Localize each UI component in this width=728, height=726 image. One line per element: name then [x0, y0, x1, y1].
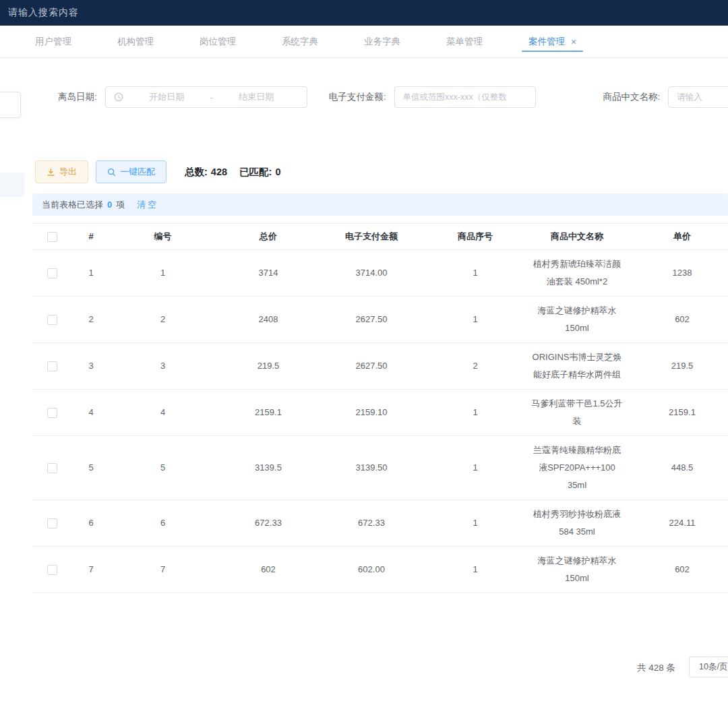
close-icon[interactable]: ×	[571, 37, 576, 47]
cell-index: 7	[71, 561, 111, 578]
download-icon	[47, 168, 55, 177]
row-checkbox[interactable]	[47, 518, 57, 528]
cell-seq: 1	[421, 561, 529, 578]
match-stats: 总数: 428 已匹配: 0	[185, 166, 280, 179]
cell-name: ORIGINS韦博士灵芝焕能好底子精华水两件组	[529, 349, 625, 384]
end-date-placeholder[interactable]: 结束日期	[214, 91, 299, 103]
cell-seq: 1	[421, 404, 529, 421]
cell-total: 2159.1	[215, 404, 322, 421]
cell-seq: 1	[421, 514, 529, 532]
cell-name: 植村秀新琥珀臻萃洁颜油套装 450ml*2	[529, 255, 625, 291]
cell-name: 海蓝之谜修护精萃水 150ml	[529, 552, 625, 587]
data-table: #编号总价电子支付金额商品序号商品中文名称单价 1137143714.001植村…	[32, 223, 728, 609]
tab-item-2[interactable]: 机构管理	[108, 26, 163, 57]
matched-label: 已匹配:	[239, 166, 272, 179]
selection-bar: 当前表格已选择 0 项 清空	[32, 193, 728, 216]
cell-epay: 602.00	[322, 561, 421, 578]
cell-index: 5	[71, 459, 111, 477]
cell-code: 3	[111, 357, 215, 375]
tab-item-4[interactable]: 系统字典	[272, 26, 328, 57]
filter-bar: 离岛日期: 开始日期 - 结束日期 电子支付金额: 商品中文名称:	[0, 86, 728, 108]
table-row: 881358.431358.431卡诗菁纯亮泽经典香氛452.81	[32, 593, 728, 609]
toolbar: 导出 一键匹配 总数: 428 已匹配: 0	[35, 160, 728, 183]
date-filter-label: 离岛日期:	[58, 91, 97, 103]
tab-bar: 用户管理机构管理岗位管理系统字典业务字典菜单管理案件管理×	[0, 26, 728, 58]
total-value: 428	[211, 167, 227, 177]
cell-index: 1	[71, 264, 111, 282]
table-row: 66672.33672.331植村秀羽纱持妆粉底液 584 35ml224.11	[32, 500, 728, 547]
amount-input[interactable]	[394, 86, 536, 108]
row-checkbox[interactable]	[47, 408, 57, 418]
cell-seq: 1	[421, 607, 529, 609]
product-name-input[interactable]	[668, 86, 728, 108]
row-checkbox-cell	[32, 463, 71, 473]
cell-index: 8	[71, 607, 111, 609]
tab-label: 机构管理	[117, 36, 154, 48]
export-button-label: 导出	[59, 166, 77, 178]
select-all-checkbox[interactable]	[47, 232, 57, 242]
tab-item-7[interactable]: 案件管理×	[519, 26, 586, 57]
cell-unit: 452.81	[625, 607, 728, 609]
row-checkbox[interactable]	[47, 268, 57, 278]
row-checkbox[interactable]	[47, 315, 57, 325]
cell-name: 马爹利蓝带干邑1.5公升装	[529, 395, 625, 430]
cell-index: 3	[71, 357, 111, 375]
table-row: 2224082627.501海蓝之谜修护精萃水 150ml602	[32, 297, 728, 343]
column-header: 商品序号	[421, 228, 529, 245]
cell-epay: 2159.10	[322, 404, 421, 421]
cell-total: 1358.43	[215, 607, 322, 609]
tab-label: 岗位管理	[200, 36, 236, 48]
column-header: 单价	[625, 228, 728, 245]
matched-value: 0	[275, 167, 280, 177]
cell-epay: 3714.00	[322, 264, 421, 282]
search-icon	[107, 168, 116, 177]
amount-filter: 电子支付金额:	[329, 86, 536, 108]
date-range-input[interactable]: 开始日期 - 结束日期	[105, 86, 307, 108]
selection-suffix: 项	[116, 199, 125, 211]
tab-label: 用户管理	[35, 36, 71, 48]
cell-code: 2	[111, 311, 215, 328]
row-checkbox[interactable]	[47, 463, 57, 473]
tab-label: 案件管理	[528, 36, 565, 48]
row-checkbox-cell	[32, 565, 71, 575]
pagination: 共 428 条 10条/页	[0, 657, 728, 679]
column-header: 电子支付金额	[322, 228, 421, 245]
row-checkbox[interactable]	[47, 361, 57, 371]
cell-unit: 448.5	[625, 459, 728, 477]
cell-code: 4	[111, 404, 215, 421]
tab-item-6[interactable]: 菜单管理	[437, 26, 492, 57]
left-edge-ghost	[0, 173, 24, 197]
export-button[interactable]: 导出	[35, 160, 88, 183]
cell-index: 2	[71, 311, 111, 328]
table-row: 33219.52627.502ORIGINS韦博士灵芝焕能好底子精华水两件组21…	[32, 343, 728, 390]
cell-name: 植村秀羽纱持妆粉底液 584 35ml	[529, 506, 625, 541]
total-label: 总数:	[185, 166, 208, 179]
table-row: 77602602.001海蓝之谜修护精萃水 150ml602	[32, 547, 728, 593]
row-checkbox-cell	[32, 518, 71, 528]
cell-epay: 672.33	[322, 514, 421, 532]
row-checkbox-cell	[32, 361, 71, 371]
row-checkbox-cell	[32, 315, 71, 325]
date-range-separator: -	[209, 92, 214, 102]
tab-item-1[interactable]: 用户管理	[26, 26, 81, 57]
topbar-search-input[interactable]: 请输入搜索内容	[8, 7, 79, 19]
tab-item-5[interactable]: 业务字典	[355, 26, 410, 57]
one-click-match-button[interactable]: 一键匹配	[96, 160, 166, 183]
row-checkbox-cell	[32, 268, 71, 278]
tab-item-3[interactable]: 岗位管理	[190, 26, 245, 57]
cell-index: 4	[71, 404, 111, 421]
cell-total: 672.33	[215, 514, 322, 532]
start-date-placeholder[interactable]: 开始日期	[125, 91, 209, 103]
cell-epay: 1358.43	[322, 607, 421, 609]
cell-name: 海蓝之谜修护精萃水 150ml	[529, 302, 625, 337]
table-header-row: #编号总价电子支付金额商品序号商品中文名称单价	[32, 223, 728, 250]
page-size-select[interactable]: 10条/页	[689, 657, 728, 677]
column-header: 商品中文名称	[529, 228, 625, 245]
cell-total: 602	[215, 561, 322, 578]
row-checkbox[interactable]	[47, 565, 57, 575]
column-header: #	[71, 228, 111, 245]
cell-seq: 1	[421, 459, 529, 477]
table-row: 442159.12159.101马爹利蓝带干邑1.5公升装2159.1	[32, 390, 728, 436]
clear-selection-link[interactable]: 清空	[137, 199, 158, 211]
cell-unit: 224.11	[625, 514, 728, 532]
